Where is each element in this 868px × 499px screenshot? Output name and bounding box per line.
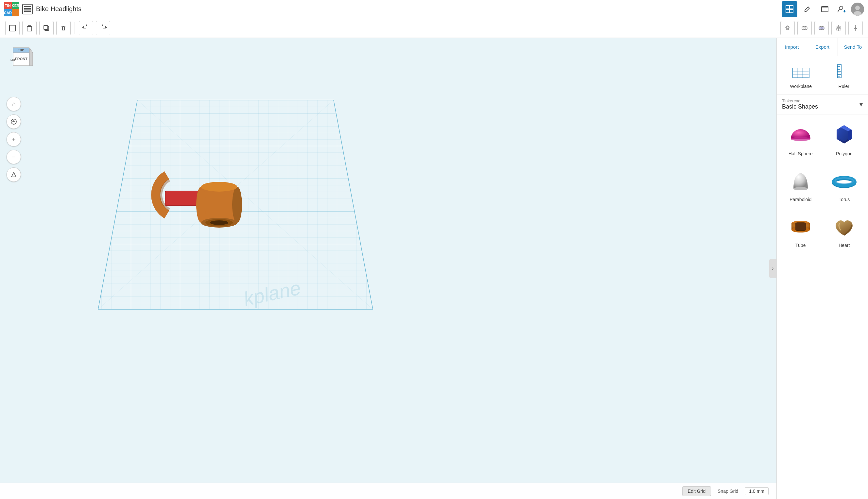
- svg-point-66: [210, 220, 228, 225]
- workplane-label: Workplane: [790, 84, 812, 89]
- shape-lib-dropdown-btn[interactable]: ▾: [859, 100, 863, 108]
- svg-point-61: [196, 187, 206, 223]
- workplane-tool[interactable]: Workplane: [782, 61, 820, 89]
- logo-tin: TIN: [4, 2, 12, 9]
- new-shape-btn[interactable]: [5, 21, 20, 35]
- shape-subtract-btn[interactable]: [797, 21, 812, 35]
- add-person-btn[interactable]: [835, 2, 849, 16]
- redo-btn[interactable]: [96, 21, 110, 35]
- svg-rect-6: [786, 10, 789, 13]
- shape-item-polygon[interactable]: Polygon: [823, 117, 866, 161]
- svg-rect-98: [795, 223, 806, 230]
- zoom-fit-btn[interactable]: [7, 114, 21, 129]
- left-controls: ⌂ + −: [7, 97, 21, 182]
- svg-marker-87: [848, 130, 852, 140]
- svg-rect-67: [793, 68, 809, 78]
- svg-point-83: [791, 137, 810, 141]
- file-manager-btn[interactable]: [817, 1, 833, 17]
- topbar-right: [782, 1, 864, 17]
- shape-item-heart[interactable]: Heart: [823, 209, 866, 253]
- paste-btn[interactable]: [22, 21, 37, 35]
- shape-library-header: Tinkercad Basic Shapes ▾: [777, 95, 868, 114]
- svg-point-62: [232, 187, 242, 223]
- toolbar: [0, 18, 868, 38]
- light-btn[interactable]: [780, 21, 795, 35]
- viewport[interactable]: FRONT LEFT TOP ⌂ + −: [0, 38, 777, 499]
- svg-point-27: [804, 26, 807, 30]
- polygon-icon: [831, 122, 857, 148]
- home-btn[interactable]: ⌂: [7, 97, 21, 111]
- svg-rect-8: [821, 7, 828, 12]
- paraboloid-label: Paraboloid: [790, 197, 811, 202]
- snap-grid-label: Snap Grid: [718, 488, 738, 494]
- shape-item-half-sphere[interactable]: Half Sphere: [779, 117, 822, 161]
- grid-canvas: kplane: [0, 38, 777, 499]
- panel-tools: Workplane Ruler: [777, 56, 868, 95]
- polygon-label: Polygon: [836, 151, 853, 156]
- send-to-btn[interactable]: Send To: [838, 38, 868, 56]
- heart-label: Heart: [839, 243, 850, 248]
- undo-btn[interactable]: [79, 21, 93, 35]
- shape-group-btn[interactable]: [814, 21, 829, 35]
- logo-ker: KER: [12, 2, 19, 9]
- main-area: FRONT LEFT TOP ⌂ + −: [0, 38, 868, 499]
- svg-rect-0: [24, 6, 31, 7]
- half-sphere-icon: [787, 122, 814, 148]
- snap-grid-value[interactable]: 1.0 mm: [745, 487, 769, 495]
- import-btn[interactable]: Import: [777, 38, 807, 56]
- right-panel: Import Export Send To: [777, 38, 868, 499]
- svg-point-20: [786, 26, 789, 29]
- svg-rect-19: [44, 25, 48, 29]
- project-icon[interactable]: [22, 4, 33, 14]
- zoom-in-btn[interactable]: +: [7, 132, 21, 146]
- duplicate-btn[interactable]: [39, 21, 54, 35]
- build-tool-btn[interactable]: [799, 1, 815, 17]
- svg-point-29: [821, 26, 824, 30]
- grid-view-btn[interactable]: [782, 1, 797, 17]
- svg-rect-55: [165, 191, 201, 206]
- export-btn[interactable]: Export: [807, 38, 838, 56]
- shapes-grid: Half Sphere: [777, 114, 868, 256]
- align-btn[interactable]: [831, 21, 846, 35]
- tube-icon: [787, 214, 814, 240]
- logo-dot: [12, 9, 19, 16]
- svg-rect-16: [27, 26, 32, 31]
- svg-rect-25: [786, 29, 788, 30]
- svg-rect-7: [790, 10, 793, 13]
- tube-label: Tube: [795, 243, 806, 248]
- svg-rect-5: [790, 5, 793, 9]
- half-sphere-label: Half Sphere: [788, 151, 813, 156]
- torus-icon: [831, 168, 857, 194]
- toolbar-separator-1: [75, 22, 75, 34]
- project-title: Bike Headlights: [36, 5, 82, 13]
- svg-rect-2: [24, 10, 31, 11]
- shape-item-paraboloid[interactable]: Paraboloid: [779, 163, 822, 207]
- ruler-tool[interactable]: Ruler: [825, 61, 863, 89]
- bottom-bar: Edit Grid Snap Grid 1.0 mm: [0, 483, 777, 499]
- svg-rect-15: [10, 25, 15, 31]
- shape-lib-title: Basic Shapes: [782, 104, 818, 110]
- svg-rect-60: [201, 187, 237, 223]
- ruler-label: Ruler: [839, 84, 849, 89]
- ruler-icon: [834, 61, 854, 81]
- zoom-out-btn[interactable]: −: [7, 150, 21, 164]
- svg-rect-1: [24, 8, 31, 9]
- edit-grid-btn[interactable]: Edit Grid: [682, 486, 711, 496]
- svg-rect-4: [786, 5, 789, 9]
- perspective-btn[interactable]: [7, 168, 21, 182]
- svg-point-13: [855, 5, 860, 10]
- shape-item-tube[interactable]: Tube: [779, 209, 822, 253]
- svg-marker-34: [854, 27, 856, 29]
- user-avatar[interactable]: [851, 3, 864, 16]
- topbar: TIN KER CAD Bike Headlights: [0, 0, 868, 18]
- svg-point-63: [201, 182, 237, 192]
- svg-rect-3: [24, 11, 31, 12]
- panel-collapse-btn[interactable]: ›: [769, 259, 777, 278]
- panel-actions: Import Export Send To: [777, 38, 868, 56]
- shape-item-torus[interactable]: Torus: [823, 163, 866, 207]
- delete-btn[interactable]: [56, 21, 71, 35]
- svg-point-89: [793, 187, 808, 190]
- torus-label: Torus: [839, 197, 850, 202]
- heart-icon: [831, 214, 857, 240]
- mirror-btn[interactable]: [848, 21, 863, 35]
